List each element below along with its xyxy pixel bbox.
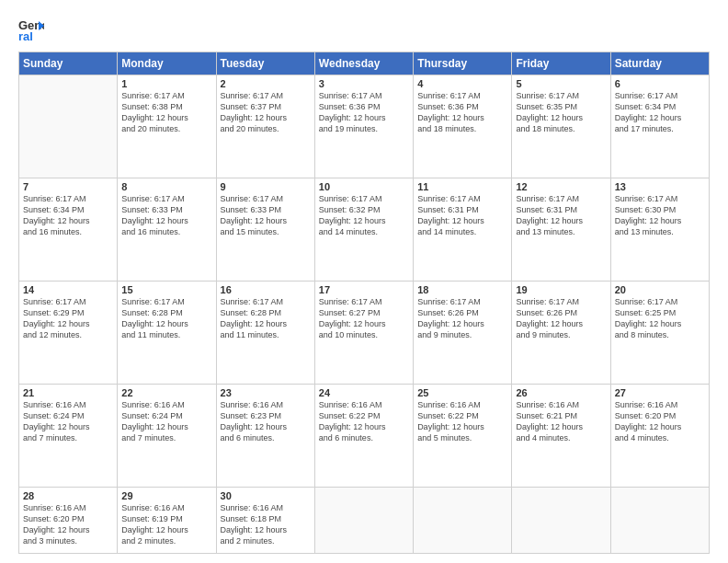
- day-info: Sunrise: 6:17 AMSunset: 6:29 PMDaylight:…: [23, 296, 113, 341]
- calendar-cell: 3Sunrise: 6:17 AMSunset: 6:36 PMDaylight…: [314, 75, 413, 178]
- day-number: 19: [516, 284, 606, 295]
- calendar-cell: 13Sunrise: 6:17 AMSunset: 6:30 PMDayligh…: [610, 178, 709, 282]
- day-info: Sunrise: 6:17 AMSunset: 6:37 PMDaylight:…: [221, 90, 311, 135]
- day-number: 8: [121, 181, 211, 192]
- calendar-cell: 14Sunrise: 6:17 AMSunset: 6:29 PMDayligh…: [19, 282, 118, 385]
- calendar-cell: [314, 488, 413, 554]
- day-number: 30: [221, 490, 311, 501]
- day-number: 28: [23, 490, 113, 501]
- day-info: Sunrise: 6:17 AMSunset: 6:27 PMDaylight:…: [319, 296, 409, 341]
- week-row-2: 7Sunrise: 6:17 AMSunset: 6:34 PMDaylight…: [19, 178, 710, 282]
- calendar-cell: 7Sunrise: 6:17 AMSunset: 6:34 PMDaylight…: [19, 178, 118, 282]
- day-number: 7: [23, 181, 113, 192]
- day-info: Sunrise: 6:17 AMSunset: 6:35 PMDaylight:…: [516, 90, 606, 135]
- day-info: Sunrise: 6:17 AMSunset: 6:36 PMDaylight:…: [319, 90, 409, 135]
- day-number: 29: [121, 490, 211, 501]
- calendar-cell: 15Sunrise: 6:17 AMSunset: 6:28 PMDayligh…: [118, 282, 216, 385]
- day-number: 4: [417, 78, 507, 89]
- day-info: Sunrise: 6:16 AMSunset: 6:21 PMDaylight:…: [516, 399, 606, 444]
- calendar-cell: 23Sunrise: 6:16 AMSunset: 6:23 PMDayligh…: [216, 385, 314, 488]
- day-info: Sunrise: 6:16 AMSunset: 6:18 PMDaylight:…: [221, 502, 311, 547]
- calendar-cell: 5Sunrise: 6:17 AMSunset: 6:35 PMDaylight…: [512, 75, 610, 178]
- svg-text:ral: ral: [18, 29, 33, 42]
- day-number: 9: [221, 181, 311, 192]
- calendar-cell: 22Sunrise: 6:16 AMSunset: 6:24 PMDayligh…: [118, 385, 216, 488]
- day-info: Sunrise: 6:17 AMSunset: 6:38 PMDaylight:…: [121, 90, 211, 135]
- day-number: 12: [516, 181, 606, 192]
- day-number: 2: [221, 78, 311, 89]
- calendar-cell: 17Sunrise: 6:17 AMSunset: 6:27 PMDayligh…: [314, 282, 413, 385]
- weekday-header-tuesday: Tuesday: [216, 52, 314, 75]
- weekday-header-sunday: Sunday: [19, 52, 118, 75]
- day-number: 24: [319, 387, 409, 398]
- calendar-cell: 12Sunrise: 6:17 AMSunset: 6:31 PMDayligh…: [512, 178, 610, 282]
- day-number: 10: [319, 181, 409, 192]
- calendar-cell: 2Sunrise: 6:17 AMSunset: 6:37 PMDaylight…: [216, 75, 314, 178]
- day-number: 22: [121, 387, 211, 398]
- calendar-cell: 9Sunrise: 6:17 AMSunset: 6:33 PMDaylight…: [216, 178, 314, 282]
- day-info: Sunrise: 6:16 AMSunset: 6:22 PMDaylight:…: [417, 399, 507, 444]
- weekday-header-wednesday: Wednesday: [314, 52, 413, 75]
- day-number: 11: [417, 181, 507, 192]
- calendar-cell: 6Sunrise: 6:17 AMSunset: 6:34 PMDaylight…: [610, 75, 709, 178]
- day-number: 27: [615, 387, 705, 398]
- day-number: 5: [516, 78, 606, 89]
- page: Gene ral SundayMondayTuesdayWednesdayThu…: [0, 0, 728, 563]
- calendar-cell: 24Sunrise: 6:16 AMSunset: 6:22 PMDayligh…: [314, 385, 413, 488]
- calendar-cell: 16Sunrise: 6:17 AMSunset: 6:28 PMDayligh…: [216, 282, 314, 385]
- day-number: 6: [615, 78, 705, 89]
- day-info: Sunrise: 6:17 AMSunset: 6:31 PMDaylight:…: [516, 193, 606, 238]
- calendar-cell: 21Sunrise: 6:16 AMSunset: 6:24 PMDayligh…: [19, 385, 118, 488]
- calendar-cell: [414, 488, 512, 554]
- week-row-1: 1Sunrise: 6:17 AMSunset: 6:38 PMDaylight…: [19, 75, 710, 178]
- weekday-header-thursday: Thursday: [414, 52, 512, 75]
- day-info: Sunrise: 6:16 AMSunset: 6:23 PMDaylight:…: [221, 399, 311, 444]
- day-info: Sunrise: 6:17 AMSunset: 6:32 PMDaylight:…: [319, 193, 409, 238]
- calendar-cell: 11Sunrise: 6:17 AMSunset: 6:31 PMDayligh…: [414, 178, 512, 282]
- day-number: 17: [319, 284, 409, 295]
- day-number: 23: [221, 387, 311, 398]
- calendar-cell: 30Sunrise: 6:16 AMSunset: 6:18 PMDayligh…: [216, 488, 314, 554]
- day-info: Sunrise: 6:16 AMSunset: 6:20 PMDaylight:…: [615, 399, 705, 444]
- calendar-cell: 26Sunrise: 6:16 AMSunset: 6:21 PMDayligh…: [512, 385, 610, 488]
- day-info: Sunrise: 6:17 AMSunset: 6:30 PMDaylight:…: [615, 193, 705, 238]
- day-info: Sunrise: 6:16 AMSunset: 6:19 PMDaylight:…: [121, 502, 211, 547]
- calendar-cell: 19Sunrise: 6:17 AMSunset: 6:26 PMDayligh…: [512, 282, 610, 385]
- day-number: 13: [615, 181, 705, 192]
- day-number: 15: [121, 284, 211, 295]
- day-info: Sunrise: 6:17 AMSunset: 6:25 PMDaylight:…: [615, 296, 705, 341]
- calendar-cell: 29Sunrise: 6:16 AMSunset: 6:19 PMDayligh…: [118, 488, 216, 554]
- day-info: Sunrise: 6:16 AMSunset: 6:22 PMDaylight:…: [319, 399, 409, 444]
- logo-icon: Gene ral: [18, 17, 44, 42]
- week-row-3: 14Sunrise: 6:17 AMSunset: 6:29 PMDayligh…: [19, 282, 710, 385]
- calendar-cell: 28Sunrise: 6:16 AMSunset: 6:20 PMDayligh…: [19, 488, 118, 554]
- day-info: Sunrise: 6:17 AMSunset: 6:33 PMDaylight:…: [121, 193, 211, 238]
- day-number: 20: [615, 284, 705, 295]
- day-info: Sunrise: 6:16 AMSunset: 6:20 PMDaylight:…: [23, 502, 113, 547]
- day-info: Sunrise: 6:17 AMSunset: 6:26 PMDaylight:…: [417, 296, 507, 341]
- weekday-header-row: SundayMondayTuesdayWednesdayThursdayFrid…: [19, 52, 710, 75]
- day-number: 14: [23, 284, 113, 295]
- day-number: 25: [417, 387, 507, 398]
- calendar-cell: 1Sunrise: 6:17 AMSunset: 6:38 PMDaylight…: [118, 75, 216, 178]
- weekday-header-monday: Monday: [118, 52, 216, 75]
- calendar-cell: 20Sunrise: 6:17 AMSunset: 6:25 PMDayligh…: [610, 282, 709, 385]
- calendar-cell: [19, 75, 118, 178]
- calendar-cell: 25Sunrise: 6:16 AMSunset: 6:22 PMDayligh…: [414, 385, 512, 488]
- day-info: Sunrise: 6:17 AMSunset: 6:28 PMDaylight:…: [221, 296, 311, 341]
- day-info: Sunrise: 6:17 AMSunset: 6:31 PMDaylight:…: [417, 193, 507, 238]
- day-number: 18: [417, 284, 507, 295]
- day-number: 16: [221, 284, 311, 295]
- calendar-cell: [512, 488, 610, 554]
- day-info: Sunrise: 6:17 AMSunset: 6:26 PMDaylight:…: [516, 296, 606, 341]
- calendar-cell: [610, 488, 709, 554]
- calendar-cell: 27Sunrise: 6:16 AMSunset: 6:20 PMDayligh…: [610, 385, 709, 488]
- day-info: Sunrise: 6:17 AMSunset: 6:36 PMDaylight:…: [417, 90, 507, 135]
- calendar: SundayMondayTuesdayWednesdayThursdayFrid…: [18, 52, 710, 554]
- day-info: Sunrise: 6:16 AMSunset: 6:24 PMDaylight:…: [23, 399, 113, 444]
- day-info: Sunrise: 6:17 AMSunset: 6:34 PMDaylight:…: [23, 193, 113, 238]
- calendar-cell: 18Sunrise: 6:17 AMSunset: 6:26 PMDayligh…: [414, 282, 512, 385]
- day-info: Sunrise: 6:17 AMSunset: 6:33 PMDaylight:…: [221, 193, 311, 238]
- calendar-cell: 4Sunrise: 6:17 AMSunset: 6:36 PMDaylight…: [414, 75, 512, 178]
- day-info: Sunrise: 6:17 AMSunset: 6:34 PMDaylight:…: [615, 90, 705, 135]
